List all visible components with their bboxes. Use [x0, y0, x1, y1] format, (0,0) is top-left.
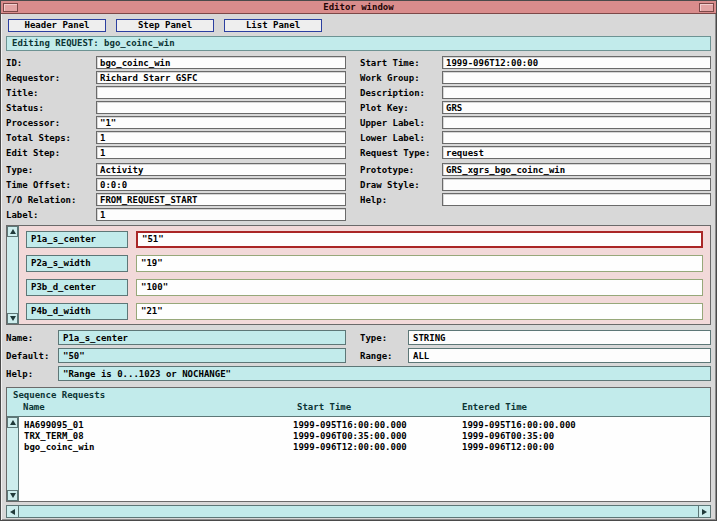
to-relation-field[interactable] — [96, 193, 346, 206]
help-label: Help: — [360, 195, 442, 205]
scroll-left-icon[interactable] — [7, 506, 19, 517]
window-menu-button[interactable] — [3, 3, 18, 12]
scroll-down-icon[interactable] — [7, 313, 18, 324]
type-label: Type: — [6, 165, 96, 175]
param-row: P1a_s_center — [26, 230, 703, 248]
time-offset-field[interactable] — [96, 178, 346, 191]
time-offset-label: Time Offset: — [6, 180, 96, 190]
form-row-id: ID: — [6, 56, 346, 69]
sequence-start-time: 1999-096T12:00:00.000 — [293, 442, 462, 453]
detail-range-field[interactable] — [408, 348, 711, 363]
help-field[interactable] — [442, 193, 711, 206]
detail-row-name-type: Name: Type: — [6, 330, 711, 345]
request-type-label: Request Type: — [360, 148, 442, 158]
edit-step-label: Edit Step: — [6, 148, 96, 158]
sequence-row-trx-term[interactable]: TRX_TERM_08 1999-096T00:35:00.000 1999-0… — [19, 431, 710, 442]
param-name-p1a[interactable]: P1a_s_center — [26, 231, 128, 248]
request-form: ID: Requestor: Title: Status: Processor: — [6, 56, 711, 159]
to-relation-label: T/O Relation: — [6, 195, 96, 205]
scroll-up-icon[interactable] — [7, 226, 18, 237]
detail-help-field[interactable] — [58, 366, 711, 381]
type-field[interactable] — [96, 163, 346, 176]
detail-row-help: Help: — [6, 366, 711, 381]
scroll-right-icon[interactable] — [698, 506, 710, 517]
param-row: P4b_d_width — [26, 302, 703, 320]
total-steps-field[interactable] — [96, 131, 346, 144]
param-name-p4b[interactable]: P4b_d_width — [26, 303, 128, 320]
sequence-row-ha699095[interactable]: HA699095_01 1999-095T16:00:00.000 1999-0… — [19, 420, 710, 431]
sequence-start-time: 1999-096T00:35:00.000 — [293, 431, 462, 442]
header-panel-button[interactable]: Header Panel — [8, 19, 106, 32]
form-row-edit-step: Edit Step: — [6, 146, 346, 159]
param-name-p2a[interactable]: P2a_s_width — [26, 255, 128, 272]
detail-range-label: Range: — [360, 351, 408, 361]
scrollbar-track[interactable] — [19, 506, 698, 517]
label-field[interactable] — [96, 208, 346, 221]
form-row-processor: Processor: — [6, 116, 346, 129]
detail-default-label: Default: — [6, 351, 58, 361]
prototype-label: Prototype: — [360, 165, 442, 175]
parameter-scrollbar[interactable] — [7, 226, 19, 324]
detail-type-field[interactable] — [408, 330, 711, 345]
detail-name-field[interactable] — [58, 330, 346, 345]
detail-name-label: Name: — [6, 333, 58, 343]
label-label: Label: — [6, 210, 96, 220]
request-form-right: Start Time: Work Group: Description: Plo… — [360, 56, 711, 159]
plot-key-field[interactable] — [442, 101, 711, 114]
param-value-p4b[interactable] — [136, 303, 703, 320]
scroll-up-icon[interactable] — [7, 417, 18, 428]
requestor-label: Requestor: — [6, 73, 96, 83]
scroll-down-icon[interactable] — [7, 490, 18, 501]
form-row-request-type: Request Type: — [360, 146, 711, 159]
step-form-right: Prototype: Draw Style: Help: — [360, 163, 711, 221]
list-panel-button[interactable]: List Panel — [224, 19, 322, 32]
request-type-field[interactable] — [442, 146, 711, 159]
scrollbar-track[interactable] — [7, 237, 18, 313]
window-content: Header Panel Step Panel List Panel Editi… — [1, 14, 716, 520]
description-label: Description: — [360, 88, 442, 98]
form-row-title: Title: — [6, 86, 346, 99]
param-row: P3b_d_center — [26, 278, 703, 296]
parameter-list-panel: P1a_s_center P2a_s_width P3b_d_center P4… — [6, 225, 711, 325]
lower-label-label: Lower Label: — [360, 133, 442, 143]
step-panel-button[interactable]: Step Panel — [116, 19, 214, 32]
sequence-scrollbar[interactable] — [7, 417, 19, 501]
sequence-row-bgo-coinc-win[interactable]: bgo_coinc_win 1999-096T12:00:00.000 1999… — [19, 442, 710, 453]
requestor-field[interactable] — [96, 71, 346, 84]
form-row-work-group: Work Group: — [360, 71, 711, 84]
param-name-p3b[interactable]: P3b_d_center — [26, 279, 128, 296]
start-time-field[interactable] — [442, 56, 711, 69]
param-value-p1a[interactable] — [136, 231, 703, 248]
detail-default-field[interactable] — [58, 348, 346, 363]
titlebar[interactable]: Editor window — [1, 1, 716, 14]
edit-step-field[interactable] — [96, 146, 346, 159]
form-row-description: Description: — [360, 86, 711, 99]
draw-style-field[interactable] — [442, 178, 711, 191]
title-field[interactable] — [96, 86, 346, 99]
scrollbar-track[interactable] — [7, 428, 18, 490]
lower-label-field[interactable] — [442, 131, 711, 144]
sequence-requests-header: Sequence Requests Name Start Time Entere… — [7, 388, 710, 417]
description-field[interactable] — [442, 86, 711, 99]
param-row: P2a_s_width — [26, 254, 703, 272]
prototype-field[interactable] — [442, 163, 711, 176]
step-form-left: Type: Time Offset: T/O Relation: Label: — [6, 163, 346, 221]
id-field[interactable] — [96, 56, 346, 69]
window-maximize-button[interactable] — [699, 3, 714, 12]
upper-label-label: Upper Label: — [360, 118, 442, 128]
sequence-name: HA699095_01 — [19, 420, 293, 431]
upper-label-field[interactable] — [442, 116, 711, 129]
sequence-requests-body: HA699095_01 1999-095T16:00:00.000 1999-0… — [7, 417, 710, 501]
form-row-upper-label: Upper Label: — [360, 116, 711, 129]
status-field[interactable] — [96, 101, 346, 114]
editing-status-bar: Editing REQUEST: bgo_coinc_win — [6, 36, 711, 51]
processor-field[interactable] — [96, 116, 346, 129]
work-group-field[interactable] — [442, 71, 711, 84]
param-value-p3b[interactable] — [136, 279, 703, 296]
parameter-detail-panel: Name: Type: Default: Range: Help: — [6, 330, 711, 381]
draw-style-label: Draw Style: — [360, 180, 442, 190]
param-value-p2a[interactable] — [136, 255, 703, 272]
detail-help-label: Help: — [6, 369, 58, 379]
panel-toolbar: Header Panel Step Panel List Panel — [8, 19, 711, 32]
horizontal-scrollbar[interactable] — [6, 505, 711, 518]
